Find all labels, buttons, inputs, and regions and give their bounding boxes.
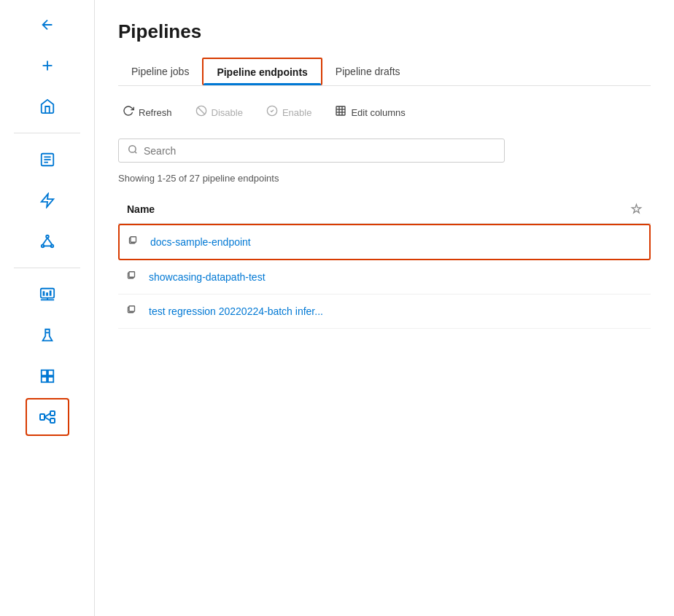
tabs-container: Pipeline jobs Pipeline endpoints Pipelin… <box>118 58 651 86</box>
search-input[interactable] <box>144 145 495 157</box>
endpoint-name[interactable]: test regression 20220224-batch infer... <box>149 305 642 317</box>
disable-icon <box>195 105 207 120</box>
svg-rect-22 <box>41 377 46 382</box>
svg-line-38 <box>135 152 137 154</box>
tab-pipeline-jobs[interactable]: Pipeline jobs <box>118 58 202 85</box>
search-input-wrapper <box>118 139 505 163</box>
enable-button[interactable]: Enable <box>262 102 316 122</box>
sidebar-item-network[interactable] <box>26 222 69 260</box>
svg-rect-17 <box>46 292 48 296</box>
sidebar-item-monitor[interactable] <box>26 276 69 313</box>
sidebar-divider-1 <box>14 133 80 133</box>
sidebar-item-jobs[interactable] <box>26 141 69 179</box>
table-row[interactable]: test regression 20220224-batch infer... <box>118 295 651 329</box>
svg-line-28 <box>44 417 50 421</box>
svg-line-11 <box>47 238 52 244</box>
endpoint-icon <box>127 303 140 319</box>
sidebar-item-experiment[interactable] <box>26 316 69 354</box>
svg-rect-25 <box>50 411 55 416</box>
table-row[interactable]: showcasing-datapath-test <box>118 260 651 295</box>
search-icon <box>128 144 138 157</box>
page-title: Pipelines <box>118 20 651 43</box>
svg-rect-42 <box>129 272 135 278</box>
svg-marker-6 <box>41 194 53 207</box>
star-icon[interactable]: ☆ <box>630 201 642 217</box>
endpoint-icon <box>128 234 142 250</box>
sidebar-item-dashboard[interactable] <box>26 357 69 395</box>
svg-rect-21 <box>47 370 53 375</box>
table-row[interactable]: docs-sample-endpoint <box>118 224 651 260</box>
main-content: Pipelines Pipeline jobs Pipeline endpoin… <box>95 0 674 616</box>
svg-point-7 <box>46 235 49 238</box>
disable-button[interactable]: Disable <box>191 102 247 122</box>
enable-icon <box>266 105 278 120</box>
svg-line-27 <box>44 413 50 417</box>
svg-rect-24 <box>40 414 44 420</box>
tab-pipeline-endpoints[interactable]: Pipeline endpoints <box>202 58 322 85</box>
toolbar: Refresh Disable Enable <box>118 98 651 127</box>
sidebar-item-back[interactable] <box>26 6 69 44</box>
endpoint-name[interactable]: docs-sample-endpoint <box>150 236 640 248</box>
sidebar <box>0 0 95 616</box>
svg-rect-40 <box>131 237 136 243</box>
edit-columns-icon <box>335 105 346 120</box>
svg-rect-32 <box>336 106 345 115</box>
column-header-name: Name <box>127 203 630 215</box>
endpoint-name[interactable]: showcasing-datapath-test <box>149 271 642 283</box>
svg-line-10 <box>42 238 47 244</box>
table: Name ☆ docs-sample-endpoint showcasing-d… <box>118 195 651 329</box>
svg-point-37 <box>129 146 136 152</box>
search-container <box>118 139 651 163</box>
svg-rect-20 <box>41 370 46 375</box>
table-header: Name ☆ <box>118 195 651 224</box>
tab-pipeline-drafts[interactable]: Pipeline drafts <box>322 58 414 85</box>
sidebar-divider-2 <box>14 268 80 268</box>
svg-rect-26 <box>50 418 55 423</box>
sidebar-item-new[interactable] <box>26 47 69 85</box>
svg-rect-18 <box>49 291 51 296</box>
sidebar-item-home[interactable] <box>26 87 69 125</box>
svg-line-30 <box>198 107 204 114</box>
refresh-icon <box>123 105 134 120</box>
sidebar-item-triggers[interactable] <box>26 182 69 219</box>
edit-columns-button[interactable]: Edit columns <box>330 102 409 122</box>
showing-count: Showing 1-25 of 27 pipeline endpoints <box>118 173 651 184</box>
svg-rect-16 <box>42 291 44 295</box>
refresh-button[interactable]: Refresh <box>118 102 177 122</box>
endpoint-icon <box>127 269 140 285</box>
svg-rect-44 <box>129 306 135 312</box>
sidebar-item-pipeline-endpoints[interactable] <box>26 398 69 436</box>
svg-rect-23 <box>47 377 53 382</box>
